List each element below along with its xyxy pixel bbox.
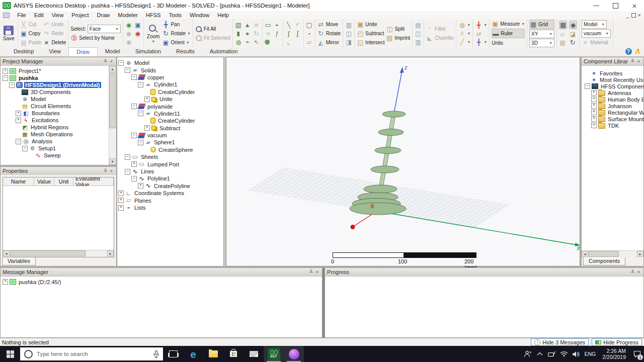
draw-bondwire-button[interactable] (235, 38, 242, 46)
delete-button[interactable]: Delete (43, 38, 66, 47)
copy-button[interactable]: Copy (20, 29, 42, 38)
tree-item-polyamide[interactable]: −polyamide (117, 103, 223, 110)
taskbar-app-file-explorer[interactable] (203, 346, 223, 362)
sweep-around-axis-button[interactable]: ▼ (458, 21, 470, 29)
expand-icon[interactable]: + (3, 279, 8, 285)
tree-item-copper[interactable]: −copper (117, 74, 223, 81)
tree-item-vacuum[interactable]: −vacuum (117, 132, 223, 139)
snap-grid-button[interactable] (559, 21, 567, 29)
draw-three-point-arc-button[interactable] (285, 38, 292, 46)
collapse-icon[interactable]: − (125, 67, 130, 73)
tab-components[interactable]: Components (583, 257, 625, 265)
tab-results[interactable]: Results (169, 47, 202, 56)
mdi-restore-button[interactable] (631, 13, 636, 18)
pin-icon[interactable]: ╨ (102, 59, 108, 64)
menu-draw[interactable]: Draw (93, 12, 114, 18)
pin-icon[interactable]: ╨ (629, 269, 635, 275)
tree-item-tdk[interactable]: +TDK (584, 122, 643, 129)
measure-button[interactable]: Measure▼ (492, 20, 525, 28)
tree-item-johanson[interactable]: +Johanson (584, 103, 643, 109)
visibility-hide-button[interactable] (125, 30, 132, 37)
language-indicator[interactable]: ENG (582, 351, 599, 357)
tree-item-surface-mount[interactable]: +Surface Mount (584, 116, 643, 122)
create-cs-button[interactable]: ▼ (475, 21, 487, 29)
tree-item-circuit-elements[interactable]: Circuit Elements (2, 103, 116, 110)
expand-icon[interactable]: + (3, 68, 8, 74)
pin-icon[interactable]: ╨ (629, 59, 635, 64)
help-icon[interactable]: ? (625, 48, 632, 55)
tree-item-rectangular-wa[interactable]: +Rectangular Wa (584, 109, 643, 116)
tab-model[interactable]: Model (98, 47, 128, 56)
tree-item-lines[interactable]: −Lines (117, 168, 223, 175)
tree-item-createpolyline[interactable]: +CreatePolyline (117, 183, 223, 190)
taskbar-app-paint3d[interactable] (284, 346, 304, 362)
grid-button[interactable]: Grid (529, 20, 554, 29)
expand-icon[interactable]: + (118, 205, 124, 211)
chamfer-button[interactable]: Chamfer (426, 34, 454, 42)
tree-item-antennas[interactable]: +Antennas (584, 89, 643, 96)
expand-icon[interactable]: + (16, 118, 21, 123)
3d-scene[interactable]: y z (226, 57, 580, 266)
taskbar-app-mail[interactable] (244, 346, 264, 362)
connect-button[interactable] (415, 30, 422, 37)
paste-button[interactable]: Paste (20, 38, 42, 47)
collapse-icon[interactable]: − (131, 74, 137, 80)
tree-item-most-recently-used[interactable]: Most Recently Used (584, 76, 643, 83)
hide-messages-button[interactable]: i Hide 3 Messages (531, 338, 589, 346)
tree-item-sphere1[interactable]: −Sphere1 (117, 139, 223, 146)
antenna-disc[interactable] (378, 129, 404, 136)
expand-icon[interactable]: + (144, 97, 150, 102)
restore-button[interactable] (606, 0, 625, 11)
tab-automation[interactable]: Automation (202, 47, 246, 56)
taskbar-app-ansys-edt[interactable]: EDT (264, 346, 284, 362)
tab-simulation[interactable]: Simulation (128, 47, 169, 56)
tree-item-setup1[interactable]: −Setup1 (2, 145, 116, 152)
create-region-button[interactable] (306, 21, 313, 29)
draw-torus-button[interactable] (244, 38, 251, 46)
menu-tools[interactable]: Tools (165, 12, 186, 18)
column-evaluated-value[interactable]: Evaluated Value (73, 177, 114, 186)
vacuum-combo[interactable]: vacuum▼ (582, 29, 611, 38)
tree-item-cylinder1[interactable]: −Cylinder1 (117, 81, 223, 88)
edit-cs-button[interactable]: ▼ (475, 38, 487, 46)
mdi-minimize-button[interactable]: _ (626, 12, 629, 18)
menu-edit[interactable]: Edit (30, 12, 48, 18)
tree-item-project1[interactable]: +Project1* (2, 67, 116, 74)
tree-item-unite[interactable]: +Unite (117, 96, 223, 103)
tree-item-human-body-ex[interactable]: +Human Body Ex (584, 96, 643, 103)
menu-view[interactable]: View (48, 12, 68, 18)
draw-center-arc-button[interactable] (294, 21, 301, 29)
section-button[interactable] (415, 21, 422, 29)
microphone-icon[interactable] (153, 350, 159, 358)
expand-icon[interactable]: + (591, 116, 597, 122)
menu-file[interactable]: File (13, 12, 30, 18)
pen-input-icon[interactable] (546, 346, 558, 362)
tree-item-sweep[interactable]: Sweep (2, 152, 116, 159)
feed-port[interactable] (371, 204, 374, 208)
expand-icon[interactable]: + (591, 103, 597, 109)
component-library-hscrollbar[interactable]: ◄ ► (582, 250, 643, 257)
duplicate-line-button[interactable] (345, 21, 352, 29)
expand-icon[interactable]: + (16, 111, 21, 116)
draw-regular-polygon-button[interactable] (265, 38, 272, 46)
draw-spiral-button[interactable] (253, 30, 260, 37)
sweep-faces-button[interactable] (415, 38, 422, 46)
3d-combo[interactable]: 3D▼ (529, 39, 554, 47)
properties-hscrollbar[interactable]: ◄ ► (3, 250, 114, 257)
units-button[interactable]: Units (492, 39, 525, 47)
duplicate-axis-button[interactable] (345, 30, 352, 37)
taskbar-app-task-view[interactable] (163, 346, 183, 362)
draw-helix-button[interactable] (253, 21, 260, 29)
xy-select[interactable]: XY▼ (529, 30, 554, 38)
close-icon[interactable]: × (314, 269, 320, 275)
tree-item-pushka-d-2-45[interactable]: +pushka (D:/2.45/) (2, 278, 322, 286)
vacuum-select[interactable]: vacuum▼ (582, 29, 611, 38)
expand-icon[interactable]: + (591, 90, 597, 96)
column-unit[interactable]: Unit (54, 177, 73, 186)
imprint-button[interactable]: Imprint (386, 34, 410, 42)
tree-item-pushka[interactable]: −pushka (2, 74, 116, 81)
select-by-name-button[interactable]: Select by Name (70, 34, 121, 42)
close-icon[interactable]: × (109, 168, 114, 173)
start-button[interactable] (0, 346, 20, 362)
expand-icon[interactable]: + (591, 110, 597, 115)
